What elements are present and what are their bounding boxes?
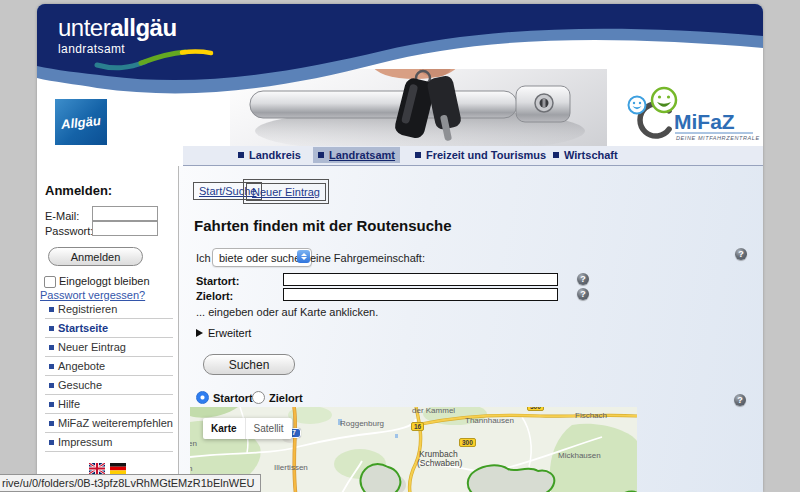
start-input[interactable]	[283, 273, 558, 286]
sidebar-item-gesuche[interactable]: Gesuche	[45, 376, 173, 395]
flag-german-icon[interactable]	[110, 463, 126, 474]
radio-zielort[interactable]	[252, 391, 265, 404]
radio-startort[interactable]	[196, 391, 209, 404]
mifaz-tagline: DEINE MITFAHRZENTRALE	[676, 135, 760, 141]
sidebar-item-impressum[interactable]: Impressum	[45, 433, 173, 452]
allgaeu-logo-text: Allgäu	[60, 112, 101, 131]
nav-item-freizeit-und-tourismus[interactable]: Freizeit und Tourismus	[410, 147, 551, 163]
email-label: E-Mail:	[45, 210, 79, 222]
advanced-label: Erweitert	[208, 327, 251, 339]
browser-status-link-preview: rive/u/0/folders/0B-t3pfz8LvRhMGtEMzR1bE…	[0, 474, 261, 492]
nav-bullet-icon	[318, 152, 324, 158]
banner-photo-car-door-keys	[230, 69, 607, 146]
email-field[interactable]	[92, 206, 158, 221]
site-logo: unterallgäu landratsamt	[58, 16, 177, 55]
site-name-light: unter	[58, 14, 110, 41]
map-button-satellit[interactable]: Satellit	[246, 418, 292, 439]
map-type-control: Karte Satellit	[203, 418, 292, 439]
sidebar-menu: RegistrierenStartseiteNeuer EintragAngeb…	[45, 300, 173, 452]
login-button[interactable]: Anmelden	[48, 247, 143, 266]
nav-item-landkreis[interactable]: Landkreis	[233, 147, 306, 163]
sidebar-item-angebote[interactable]: Angebote	[45, 357, 173, 376]
radio-zielort-label: Zielort	[269, 392, 303, 404]
help-icon-start[interactable]: ?	[577, 273, 589, 285]
help-icon-ridetype[interactable]: ?	[735, 248, 747, 260]
page-title: Fahrten finden mit der Routensuche	[194, 217, 452, 234]
dest-input[interactable]	[283, 288, 558, 301]
sidebar-item-hilfe[interactable]: Hilfe	[45, 395, 173, 414]
car-door-illustration	[230, 69, 607, 146]
help-icon-dest[interactable]: ?	[577, 288, 589, 300]
nav-bullet-icon	[553, 152, 559, 158]
sidebar-item-neuer-eintrag[interactable]: Neuer Eintrag	[45, 338, 173, 357]
nav-item-wirtschaft[interactable]: Wirtschaft	[548, 147, 623, 163]
tab-neuer-eintrag-outer: Neuer Eintrag	[243, 179, 329, 204]
search-button[interactable]: Suchen	[203, 354, 295, 375]
help-icon-map[interactable]: ?	[734, 394, 746, 406]
nav-item-landratsamt[interactable]: Landratsamt	[313, 147, 400, 163]
tab-neuer-eintrag[interactable]: Neuer Eintrag	[246, 183, 326, 201]
language-flags	[37, 463, 178, 474]
main-content: Start/Suche Neuer Eintrag Fahrten finden…	[179, 166, 763, 492]
login-heading: Anmelden:	[45, 183, 112, 198]
dest-label: Zielort:	[196, 290, 233, 302]
site-page: unterallgäu landratsamt Allgäu MiFaZ DEI…	[37, 4, 763, 492]
mifaz-wordmark: MiFaZ	[674, 110, 735, 133]
sidebar: Anmelden: E-Mail: Passwort: Anmelden Ein…	[37, 166, 179, 492]
radio-startort-label: Startort	[213, 392, 253, 404]
stay-logged-in-checkbox[interactable]	[44, 276, 56, 288]
mifaz-logo: MiFaZ DEINE MITFAHRZENTRALE	[622, 84, 762, 146]
stay-logged-in-label: Eingeloggt bleiben	[59, 275, 150, 287]
main-navbar: LandkreisLandratsamtFreizeit und Tourism…	[183, 146, 763, 166]
site-name-bold: allgäu	[110, 14, 176, 41]
sidebar-item-mifaz-weiterempfehlen[interactable]: MiFaZ weiterempfehlen	[45, 414, 173, 433]
sentence-suffix: eine Fahrgemeinschaft:	[310, 252, 425, 264]
sidebar-item-startseite[interactable]: Startseite	[45, 319, 173, 338]
select-stepper-icon	[297, 250, 310, 263]
triangle-right-icon	[196, 329, 203, 337]
start-label: Startort:	[196, 275, 239, 287]
sidebar-item-registrieren[interactable]: Registrieren	[45, 300, 173, 319]
ride-type-select[interactable]: biete oder suche	[212, 248, 312, 267]
map-hint-text: ... eingeben oder auf Karte anklicken.	[196, 306, 378, 318]
site-subtitle: landratsamt	[58, 43, 177, 55]
map-button-karte[interactable]: Karte	[203, 418, 245, 439]
flag-english-icon[interactable]	[89, 463, 105, 474]
password-label: Passwort:	[45, 225, 93, 237]
advanced-toggle[interactable]: Erweitert	[196, 327, 251, 339]
password-field[interactable]	[92, 221, 158, 236]
nav-bullet-icon	[415, 152, 421, 158]
ride-type-value: biete oder suche	[219, 252, 300, 264]
allgaeu-logo: Allgäu	[55, 99, 107, 145]
sentence-prefix: Ich	[196, 252, 211, 264]
nav-bullet-icon	[238, 152, 244, 158]
